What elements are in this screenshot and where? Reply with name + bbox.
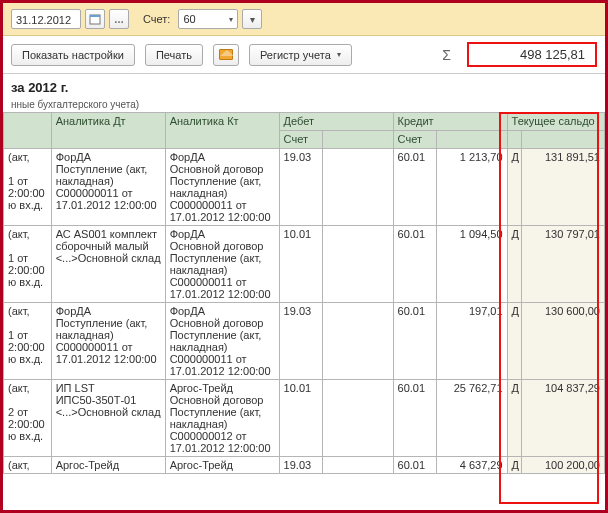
cell: Д [507,303,522,380]
cell: Аргос-Трейд [51,457,165,474]
cell: ФорДАОсновной договорПоступление (акт, н… [165,303,279,380]
cell: 131 891,51 [522,149,605,226]
table-row[interactable]: (акт,2 от2:00:00ю вх.д.ИП LSTИПС50-350Т-… [4,380,605,457]
register-label: Регистр учета [260,49,331,61]
show-settings-button[interactable]: Показать настройки [11,44,135,66]
cell: Аргос-Трейд [165,457,279,474]
account-dropdown-extra[interactable]: ▾ [242,9,262,29]
cell: (акт,1 от2:00:00ю вх.д. [4,226,52,303]
cell: (акт,1 от2:00:00ю вх.д. [4,149,52,226]
report-header: за 2012 г. нные бухгалтерского учета) [3,74,605,112]
account-select[interactable]: 60 ▾ [178,9,238,29]
cell: 130 797,01 [522,226,605,303]
register-button[interactable]: Регистр учета ▾ [249,44,352,66]
cell: Д [507,457,522,474]
grid-container: Аналитика Дт Аналитика Кт Дебет Кредит Т… [3,112,605,504]
table-row[interactable]: (акт,1 от2:00:00ю вх.д.ФорДАПоступление … [4,303,605,380]
cell [323,380,393,457]
cell: 60.01 [393,149,437,226]
ellipsis-button[interactable]: … [109,9,129,29]
cell: 130 600,00 [522,303,605,380]
cell: ФорДАОсновной договорПоступление (акт, н… [165,226,279,303]
cell: 104 837,29 [522,380,605,457]
col-balance-val [522,131,605,149]
cell: АС AS001 комплект сборочный малый<...>Ос… [51,226,165,303]
cell: 19.03 [279,303,323,380]
print-button[interactable]: Печать [145,44,203,66]
actions-toolbar: Показать настройки Печать Регистр учета … [3,36,605,74]
col-credit-val [437,131,507,149]
ledger-table: Аналитика Дт Аналитика Кт Дебет Кредит Т… [3,112,605,474]
cell: 60.01 [393,303,437,380]
col-analytics-dt: Аналитика Дт [51,113,165,149]
cell [323,457,393,474]
cell: 197,01 [437,303,507,380]
account-value: 60 [183,13,195,25]
cell: (акт, [4,457,52,474]
cell: ИП LSTИПС50-350Т-01<...>Основной склад [51,380,165,457]
cell: Д [507,149,522,226]
table-row[interactable]: (акт,1 от2:00:00ю вх.д.АС AS001 комплект… [4,226,605,303]
cell [323,149,393,226]
col-schet-2: Счет [393,131,437,149]
report-subtitle: нные бухгалтерского учета) [11,99,597,110]
col-dc [507,131,522,149]
top-toolbar: 31.12.2012 … Счет: 60 ▾ ▾ [3,3,605,36]
col-blank [4,113,52,149]
col-credit-group: Кредит [393,113,507,131]
header-row-1: Аналитика Дт Аналитика Кт Дебет Кредит Т… [4,113,605,131]
svg-rect-1 [90,15,100,17]
total-display: 498 125,81 [467,42,597,67]
cell: Д [507,380,522,457]
account-label: Счет: [143,13,170,25]
calendar-icon[interactable] [85,9,105,29]
cell: 60.01 [393,380,437,457]
cell: 19.03 [279,149,323,226]
col-schet-1: Счет [279,131,323,149]
cell [323,226,393,303]
cell: 4 637,29 [437,457,507,474]
cell: (акт,2 от2:00:00ю вх.д. [4,380,52,457]
table-row[interactable]: (акт,Аргос-ТрейдАргос-Трейд19.0360.014 6… [4,457,605,474]
cell: 1 213,70 [437,149,507,226]
col-analytics-kt: Аналитика Кт [165,113,279,149]
chevron-down-icon: ▾ [337,50,341,59]
cell: 1 094,50 [437,226,507,303]
table-row[interactable]: (акт,1 от2:00:00ю вх.д.ФорДАПоступление … [4,149,605,226]
cell: Д [507,226,522,303]
cell: 19.03 [279,457,323,474]
col-debit-group: Дебет [279,113,393,131]
cell: 10.01 [279,380,323,457]
col-debit-val [323,131,393,149]
table-body: (акт,1 от2:00:00ю вх.д.ФорДАПоступление … [4,149,605,474]
cell [323,303,393,380]
cell: ФорДАОсновной договорПоступление (акт, н… [165,149,279,226]
sigma-icon[interactable]: Σ [436,47,457,63]
cell: Аргос-ТрейдОсновной договорПоступление (… [165,380,279,457]
col-balance: Текущее сальдо [507,113,604,131]
cell: 25 762,71 [437,380,507,457]
cell: 60.01 [393,457,437,474]
cell: 10.01 [279,226,323,303]
date-input[interactable]: 31.12.2012 [11,9,81,29]
cell: 100 200,00 [522,457,605,474]
cell: ФорДАПоступление (акт, накладная) С00000… [51,303,165,380]
chevron-down-icon: ▾ [229,15,233,24]
cell: (акт,1 от2:00:00ю вх.д. [4,303,52,380]
cell: 60.01 [393,226,437,303]
cell: ФорДАПоступление (акт, накладная) С00000… [51,149,165,226]
mail-icon [219,49,233,60]
report-title: за 2012 г. [11,80,597,95]
mail-button[interactable] [213,44,239,66]
